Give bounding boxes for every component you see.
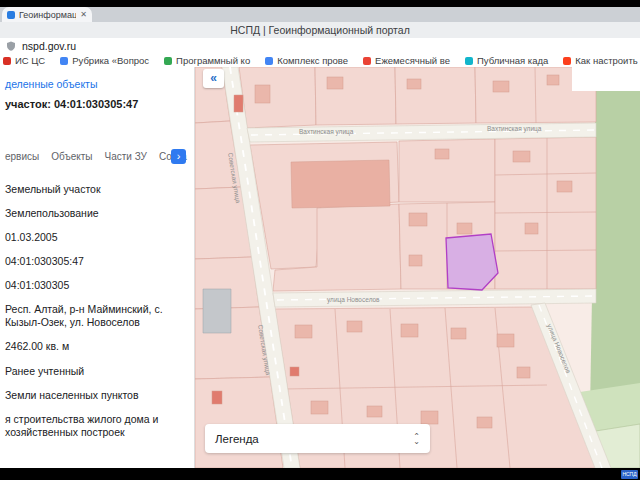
- legend-title: Легенда: [215, 433, 259, 445]
- tab-objects[interactable]: Объекты: [51, 151, 92, 162]
- bookmark-item[interactable]: Рубрика «Вопрос: [60, 55, 149, 66]
- bookmark-favicon-icon: [563, 57, 571, 65]
- bookmark-favicon-icon: [60, 57, 68, 65]
- site-info-icon[interactable]: [6, 41, 16, 51]
- parcel-title: участок: 04:01:030305:47: [5, 98, 186, 110]
- sidebar-collapse-button[interactable]: «: [203, 69, 224, 88]
- bookmark-item[interactable]: Программный ко: [164, 55, 250, 66]
- parcel-info-panel: деленные объекты участок: 04:01:030305:4…: [0, 67, 195, 468]
- bookmark-favicon-icon: [465, 57, 473, 65]
- tab-favicon-icon: [7, 11, 15, 19]
- attr-value: я строительства жилого дома и хозяйствен…: [5, 407, 186, 444]
- parcel-attributes: Земельный участок Землепользование 01.03…: [5, 177, 186, 445]
- bookmark-favicon-icon: [3, 57, 11, 65]
- chevron-down-icon: ⌄: [413, 439, 420, 444]
- tab-services[interactable]: ервисы: [5, 151, 39, 162]
- attr-value: Земли населенных пунктов: [5, 383, 186, 407]
- bookmark-item[interactable]: Ежемесячный ве: [363, 55, 450, 66]
- bookmarks-bar: ИС ЦС Рубрика «Вопрос Программный ко Ком…: [0, 54, 640, 68]
- tab-close-icon[interactable]: ✕: [80, 10, 87, 19]
- tab-title: Геоинформац...: [19, 10, 76, 20]
- nspd-logo-badge[interactable]: НСПД: [621, 470, 638, 479]
- bookmark-item[interactable]: Как настроить Я: [563, 55, 640, 66]
- attr-value: Земельный участок: [5, 177, 186, 201]
- legend-toggle[interactable]: ⌃ ⌄: [413, 434, 420, 444]
- panel-tabs: ервисы Объекты Части ЗУ Соста ›: [5, 151, 186, 162]
- url-text[interactable]: nspd.gov.ru: [22, 40, 76, 52]
- attr-value: Респ. Алтай, р-н Майминский, с. Кызыл-Оз…: [5, 298, 186, 335]
- attr-value: 04:01:030305:47: [5, 249, 186, 273]
- bookmark-item[interactable]: ИС ЦС: [3, 55, 45, 66]
- street-label: улица Новоселов: [327, 296, 380, 304]
- attr-value: 04:01:030305: [5, 274, 186, 298]
- attr-value: 01.03.2005: [5, 225, 186, 249]
- legend-panel[interactable]: Легенда ⌃ ⌄: [205, 424, 430, 453]
- tabs-overflow-button[interactable]: ›: [171, 149, 186, 164]
- bookmark-favicon-icon: [164, 57, 172, 65]
- street-label: Вахтинская улица: [487, 125, 542, 133]
- bookmark-favicon-icon: [265, 57, 273, 65]
- browser-tab[interactable]: Геоинформац... ✕: [2, 7, 92, 22]
- attr-value: 2462.00 кв. м: [5, 335, 186, 359]
- selected-parcel[interactable]: [446, 234, 498, 290]
- tab-parts[interactable]: Части ЗУ: [104, 151, 146, 162]
- attr-value: Ранее учтенный: [5, 359, 186, 383]
- bookmark-item[interactable]: Комплекс прове: [265, 55, 348, 66]
- back-link[interactable]: деленные объекты: [5, 78, 186, 90]
- street-label: Вахтинская улица: [299, 128, 354, 136]
- tab-strip: Геоинформац... ✕: [0, 7, 640, 22]
- attr-value: Землепользование: [5, 201, 186, 225]
- map-control-panel: [572, 67, 640, 91]
- bookmark-item[interactable]: Публичная када: [465, 55, 548, 66]
- window-title: НСПД | Геоинформационный портал: [0, 22, 640, 38]
- map-area[interactable]: Вахтинская улица Вахтинская улица Советс…: [195, 67, 640, 468]
- map-canvas[interactable]: Вахтинская улица Вахтинская улица Советс…: [195, 67, 640, 468]
- address-bar[interactable]: nspd.gov.ru: [0, 38, 640, 54]
- bookmark-favicon-icon: [363, 57, 371, 65]
